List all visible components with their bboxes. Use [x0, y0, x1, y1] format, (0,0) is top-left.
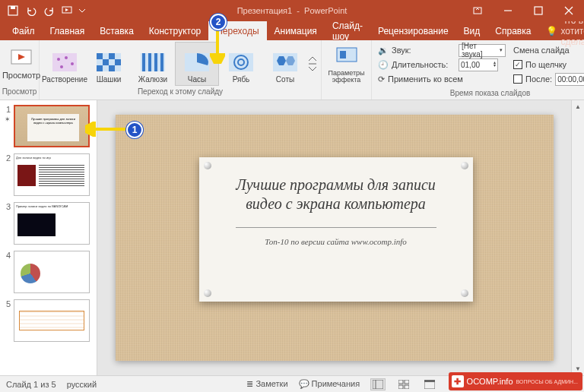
svg-rect-16 — [115, 59, 121, 65]
svg-rect-14 — [109, 53, 115, 59]
sound-combo[interactable]: [Нет звука]▾ — [459, 44, 506, 57]
pin-icon — [204, 289, 211, 297]
after-checkbox[interactable] — [513, 74, 522, 84]
transition-honeycomb[interactable]: Соты — [263, 42, 307, 86]
svg-rect-21 — [148, 53, 151, 71]
transition-blinds[interactable]: Жалюзи — [131, 42, 175, 86]
title-card: Лучшие программы для записи видео с экра… — [199, 157, 473, 302]
thumbnail-2[interactable]: 2Для записи видео по игр — [3, 153, 94, 196]
save-icon[interactable] — [5, 2, 21, 19]
svg-rect-23 — [160, 53, 163, 71]
arrow-2 — [210, 27, 225, 64]
svg-rect-32 — [337, 48, 357, 62]
work-area: 1✶Лучшие программы для записи видео с эк… — [0, 100, 584, 375]
window-title: Презентация1 - PowerPoint — [237, 6, 348, 15]
pin-icon — [461, 289, 468, 297]
ribbon: Просмотр Просмотр Растворение Шашки Жалю… — [0, 40, 584, 100]
apply-all-icon: ⟳ — [378, 74, 385, 84]
normal-view-icon[interactable] — [370, 378, 386, 390]
group-label: Переход к этому слайду — [40, 87, 321, 100]
svg-rect-39 — [405, 385, 409, 389]
group-label: Время показа слайдов — [372, 89, 584, 100]
svg-rect-36 — [398, 380, 403, 384]
tab-review[interactable]: Рецензирование — [370, 21, 456, 40]
group-effect-options: Параметры эффекта — [322, 40, 372, 100]
redo-icon[interactable] — [41, 2, 58, 19]
on-click-checkbox[interactable]: ✓По щелчку — [513, 58, 584, 71]
transition-ripple[interactable]: Рябь — [219, 42, 263, 86]
start-from-beginning-icon[interactable] — [59, 2, 76, 19]
svg-point-11 — [60, 65, 63, 68]
arrow-1 — [85, 122, 129, 137]
comments-button[interactable]: 💬 Примечания — [299, 379, 360, 389]
svg-point-8 — [57, 58, 60, 61]
svg-point-10 — [71, 62, 74, 65]
svg-rect-7 — [52, 53, 77, 71]
scroll-up-icon[interactable]: ▲ — [572, 100, 584, 113]
svg-rect-33 — [340, 51, 346, 58]
preview-button[interactable]: Просмотр — [3, 48, 40, 80]
ribbon-options-icon[interactable] — [462, 0, 493, 21]
tab-animations[interactable]: Анимация — [267, 21, 325, 40]
slide-title[interactable]: Лучшие программы для записи видео с экра… — [199, 157, 473, 218]
plus-icon: ✚ — [452, 375, 464, 387]
pin-icon — [461, 162, 468, 169]
transitions-gallery-more[interactable] — [307, 57, 318, 71]
checkbox-icon: ✓ — [513, 60, 522, 69]
vertical-scrollbar[interactable]: ▲ ▼ — [571, 100, 584, 375]
svg-rect-5 — [535, 7, 542, 14]
svg-rect-41 — [424, 380, 435, 382]
svg-rect-1 — [11, 6, 15, 9]
transition-checkerboard[interactable]: Шашки — [87, 42, 131, 86]
tab-view[interactable]: Вид — [456, 21, 488, 40]
thumbnail-1[interactable]: 1✶Лучшие программы для записи видео с эк… — [3, 105, 94, 147]
reading-view-icon[interactable] — [422, 378, 437, 390]
language-indicator[interactable]: русский — [67, 380, 97, 389]
apply-to-all-button[interactable]: ⟳Применить ко всем — [378, 72, 506, 86]
tab-slideshow[interactable]: Слайд-шоу — [325, 21, 370, 40]
duration-spin[interactable]: 01,00▴▾ — [459, 58, 498, 71]
svg-rect-17 — [97, 65, 103, 71]
tab-help[interactable]: Справка — [487, 21, 538, 40]
transition-dissolve[interactable]: Растворение — [43, 42, 87, 86]
slide-canvas[interactable]: Лучшие программы для записи видео с экра… — [116, 115, 554, 361]
tab-insert[interactable]: Вставка — [92, 21, 141, 40]
group-timing: 🔉Звук:[Нет звука]▾ 🕘Длительность:01,00▴▾… — [372, 40, 584, 100]
svg-rect-18 — [109, 65, 115, 71]
tab-design[interactable]: Конструктор — [141, 21, 208, 40]
quick-access-toolbar — [0, 2, 87, 19]
close-icon[interactable] — [554, 0, 584, 21]
thumbnail-4[interactable]: 4 — [3, 251, 94, 293]
ribbon-tabs: Файл Главная Вставка Конструктор Переход… — [0, 21, 584, 40]
maximize-icon[interactable] — [523, 0, 554, 21]
after-spin[interactable]: 00:00,00▴▾ — [555, 73, 584, 86]
effect-options-button[interactable]: Параметры эффекта — [325, 42, 368, 86]
group-transitions: Растворение Шашки Жалюзи Часы Рябь Соты … — [40, 40, 322, 100]
slide-thumbnails: 1✶Лучшие программы для записи видео с эк… — [0, 100, 97, 375]
slide-canvas-area: Лучшие программы для записи видео с экра… — [97, 100, 571, 375]
sorter-view-icon[interactable] — [396, 378, 411, 390]
group-preview: Просмотр Просмотр — [0, 40, 40, 100]
preview-icon — [10, 48, 33, 69]
svg-rect-22 — [154, 53, 157, 71]
qat-more-icon[interactable] — [78, 2, 87, 19]
svg-rect-34 — [373, 380, 383, 389]
lightbulb-icon: 💡 — [546, 26, 557, 36]
undo-icon[interactable] — [23, 2, 40, 19]
watermark: ✚ OCOMP.info ВОПРОСЫ ОБ АДМИН... — [449, 372, 582, 390]
group-label: Просмотр — [0, 87, 39, 100]
tell-me-input[interactable]: 💡Что вы хотите сделать? — [538, 21, 584, 40]
tab-home[interactable]: Главная — [43, 21, 93, 40]
svg-rect-20 — [142, 53, 145, 71]
tab-file[interactable]: Файл — [5, 21, 43, 40]
thumbnail-3[interactable]: 3Пример записи видео по BANDICAM — [3, 202, 94, 245]
minimize-icon[interactable] — [493, 0, 523, 21]
slide-subtitle[interactable]: Топ-10 по версии сайта www.ocomp.info — [199, 237, 473, 246]
slide-counter: Слайд 1 из 5 — [6, 380, 56, 389]
svg-rect-38 — [398, 385, 403, 389]
notes-button[interactable]: ≣ Заметки — [246, 379, 287, 389]
thumbnail-5[interactable]: 5 — [3, 299, 94, 342]
svg-point-9 — [65, 56, 68, 59]
speaker-icon: 🔉 — [378, 46, 389, 55]
pin-icon — [204, 162, 211, 169]
